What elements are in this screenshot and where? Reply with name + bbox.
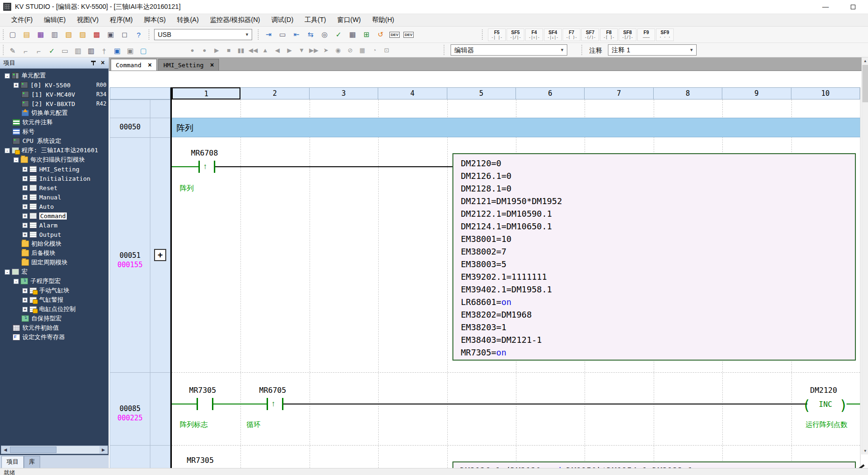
mnemonic-icon[interactable]: ▭ (59, 45, 71, 57)
tree-item-16[interactable]: +Alarm (0, 220, 109, 230)
column-header-9[interactable]: 9 (722, 87, 791, 99)
used-device-list-icon[interactable]: ⊞ (360, 28, 373, 41)
column-header-3[interactable]: 3 (310, 87, 378, 99)
stop-icon[interactable]: ■ (223, 45, 234, 55)
toolbar-grip[interactable] (482, 29, 484, 40)
tree-item-20[interactable]: 固定周期模块 (0, 258, 109, 267)
coil-device[interactable]: DM2120 (810, 386, 837, 395)
registration-monitor-icon[interactable]: ▦ (357, 45, 368, 55)
device-usage-icon[interactable]: ▦ (346, 28, 359, 41)
fnkey-f7[interactable]: F7-( )- (563, 28, 580, 41)
tree-item-21[interactable]: -宏 (0, 267, 109, 276)
fnkey-sf8[interactable]: SF8-[/]- (619, 28, 636, 41)
menu-item-7[interactable]: 调试(D) (266, 14, 299, 26)
new-file-icon[interactable]: ▢ (7, 28, 19, 41)
contact-device[interactable]: MR6705 (259, 386, 286, 395)
transfer-monitor-icon[interactable]: ⇆ (304, 28, 317, 41)
column-header-1[interactable]: 1 (172, 87, 240, 99)
tree-item-24[interactable]: +气缸警报 (0, 295, 109, 305)
fnkey-sf4[interactable]: SF4-|↓|- (544, 28, 562, 41)
record-icon[interactable]: ● (187, 45, 198, 55)
editor-mode-combobox[interactable]: 编辑器 ▼ (451, 44, 567, 56)
fnkey-f5[interactable]: F5-| |- (488, 28, 506, 41)
fast-forward-icon[interactable]: ▶▶ (308, 45, 319, 55)
expand-icon[interactable]: + (22, 176, 28, 181)
close-icon[interactable]: × (99, 59, 106, 66)
tree-item-6[interactable]: 标号 (0, 127, 109, 136)
select-mode-icon[interactable]: ▢ (137, 45, 149, 57)
tree-item-14[interactable]: +Auto (0, 202, 109, 211)
jump-icon[interactable]: ➤ (320, 45, 332, 55)
minimize-button[interactable]: — (815, 0, 836, 14)
fnkey-sf7[interactable]: SF7-(/)- (581, 28, 599, 41)
expand-icon[interactable]: + (22, 307, 28, 312)
step-back-icon[interactable]: ◀ (272, 45, 283, 55)
editor-vscrollbar[interactable]: ▲ ▼ (861, 57, 868, 454)
scrollbar-thumb[interactable] (862, 65, 868, 102)
column-header-8[interactable]: 8 (654, 87, 722, 99)
delete-row-icon[interactable]: ▣ (124, 45, 136, 57)
menu-item-0[interactable]: 文件(F) (6, 14, 38, 26)
contact-device[interactable]: MR7305 (189, 386, 216, 395)
scroll-up-icon[interactable]: ▲ (862, 57, 868, 64)
rung-collapse-button[interactable]: + (154, 249, 166, 261)
tree-item-5[interactable]: 软元件注释 (0, 118, 109, 127)
tree-item-15[interactable]: +Command (0, 211, 109, 220)
edit-pencil-icon[interactable]: ✎ (7, 45, 19, 57)
record2-icon[interactable]: ● (199, 45, 210, 55)
menu-item-4[interactable]: 脚本(S) (138, 14, 171, 26)
step-forward-icon[interactable]: ▶ (284, 45, 295, 55)
menu-item-8[interactable]: 工具(T) (299, 14, 332, 26)
label-edit-icon[interactable]: ⌐ (33, 45, 45, 57)
insert-row-icon[interactable]: ▣ (111, 45, 123, 57)
tree-item-11[interactable]: +Initialization (0, 174, 109, 183)
panel-tab-0[interactable]: 项目 (1, 456, 24, 468)
collapse-icon[interactable]: - (5, 269, 10, 275)
device-comment-edit-icon[interactable]: ⌐ (20, 45, 32, 57)
read-from-plc-icon[interactable]: ▭ (276, 28, 289, 41)
toolbar-grip[interactable] (444, 45, 445, 55)
tree-item-7[interactable]: CPU 系统设定 (0, 136, 109, 146)
column-header-6[interactable]: 6 (516, 87, 585, 99)
expand-icon[interactable]: + (22, 223, 28, 228)
expand-icon[interactable]: + (22, 204, 28, 209)
column-header-10[interactable]: 10 (791, 87, 860, 99)
tree-item-1[interactable]: +[0] KV-5500R00 (0, 80, 109, 90)
collapse-icon[interactable]: - (14, 157, 19, 163)
expand-icon[interactable]: + (22, 213, 28, 219)
connection-combobox[interactable]: USB ▼ (154, 29, 252, 40)
contact-device[interactable]: MR6708 (191, 149, 218, 157)
list-view-icon[interactable]: ▥ (85, 45, 97, 57)
pause-hand-icon[interactable]: ⊘ (345, 45, 356, 55)
rewind-icon[interactable]: ◀◀ (247, 45, 259, 55)
expand-icon[interactable]: + (22, 195, 28, 200)
ladder-view-icon[interactable]: ▥ (72, 45, 84, 57)
expand-icon[interactable]: + (22, 288, 28, 293)
open-transfer-icon[interactable]: ▧ (63, 28, 75, 41)
expand-icon[interactable]: + (22, 167, 28, 172)
tree-item-18[interactable]: 初始化模块 (0, 239, 109, 248)
tree-item-26[interactable]: 自保持型宏 (0, 314, 109, 323)
find-device-icon[interactable]: ◎ (318, 28, 331, 41)
menu-item-10[interactable]: 帮助(H) (367, 14, 400, 26)
column-header-2[interactable]: 2 (240, 87, 309, 99)
coil-instruction[interactable]: INC (807, 400, 844, 409)
contact-device[interactable]: MR7305 (187, 456, 214, 465)
open-folder-icon[interactable]: ▤ (21, 28, 33, 41)
fnkey-f8[interactable]: F8-[ ]- (600, 28, 618, 41)
menu-item-1[interactable]: 编辑(E) (38, 14, 71, 26)
tree-item-17[interactable]: +Output (0, 230, 109, 239)
fnkey-sf5[interactable]: SF5-|/|- (507, 28, 524, 41)
project-tree-hscrollbar[interactable]: ◀ ▶ (1, 446, 108, 454)
fnkey-f9[interactable]: F9——— (637, 28, 655, 41)
expand-icon[interactable]: + (22, 298, 28, 303)
step-down-icon[interactable]: ▼ (296, 45, 307, 55)
tree-item-3[interactable]: [2] KV-B8XTDR42 (0, 99, 109, 108)
tree-item-2[interactable]: [1] KV-MC40VR34 (0, 90, 109, 99)
tree-item-27[interactable]: 软元件初始值 (0, 323, 109, 333)
tree-item-8[interactable]: -程序: 三轴IAI丰达201601 (0, 146, 109, 155)
check-program-icon[interactable]: ✓ (332, 28, 345, 41)
toolbar-grip[interactable] (3, 45, 5, 55)
dev-monitor-icon[interactable]: DEV (402, 28, 415, 41)
tree-item-9[interactable]: -每次扫描执行型模块 (0, 155, 109, 164)
